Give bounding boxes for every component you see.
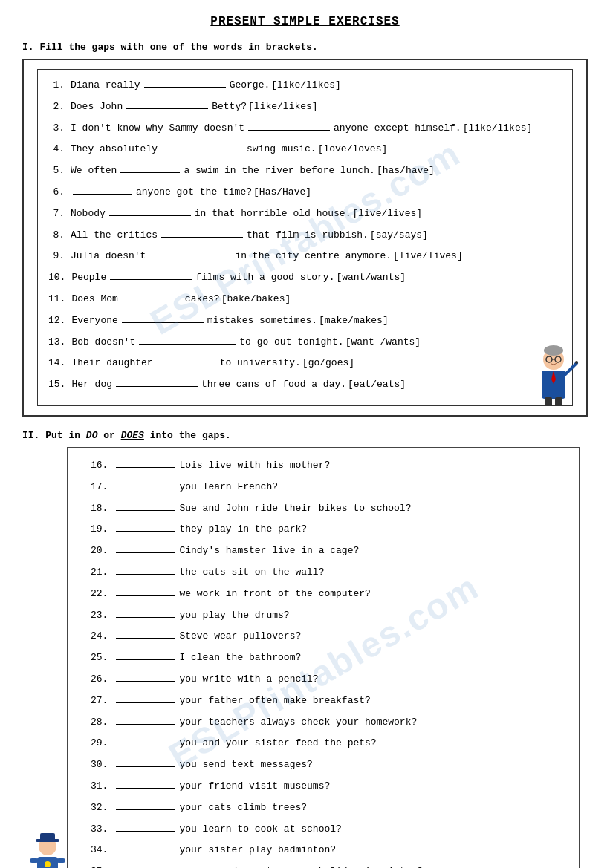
section1-inner-box: ESLPrintables.com 1. Diana really George… xyxy=(37,69,573,406)
blank[interactable] xyxy=(120,163,180,173)
section1-box: ESLPrintables.com 1. Diana really George… xyxy=(22,59,588,417)
list-item: 35. your grandparents go on holiday in w… xyxy=(91,864,557,868)
item-number: 22. xyxy=(91,587,108,602)
blank[interactable] xyxy=(116,586,175,596)
blank[interactable] xyxy=(116,521,175,532)
item-number: 25. xyxy=(91,650,108,666)
blank[interactable] xyxy=(161,141,243,151)
item-number: 11. xyxy=(48,292,65,307)
list-item: 9. Julia doesn't in the city centre anym… xyxy=(48,248,562,264)
blank[interactable] xyxy=(73,184,132,195)
list-item: 21. the cats sit on the wall? xyxy=(91,564,557,581)
blank[interactable] xyxy=(116,693,175,703)
blank[interactable] xyxy=(122,313,204,323)
blank[interactable] xyxy=(116,864,175,868)
item-number: 35. xyxy=(91,864,108,868)
item-number: 2. xyxy=(48,99,65,115)
blank[interactable] xyxy=(116,757,175,767)
list-item: 25. I clean the bathroom? xyxy=(91,650,557,666)
blank[interactable] xyxy=(122,291,181,301)
item-number: 21. xyxy=(91,565,108,581)
blank[interactable] xyxy=(116,842,175,852)
list-item: 4. They absolutely swing music. [love/lo… xyxy=(48,141,562,157)
svg-line-7 xyxy=(565,363,577,374)
blank[interactable] xyxy=(144,77,226,88)
blank[interactable] xyxy=(116,628,175,639)
list-item: 2. Does John Betty? [like/likes] xyxy=(48,99,562,115)
cop-illustration xyxy=(28,830,71,868)
svg-rect-9 xyxy=(545,397,552,406)
list-item: 17. you learn French? xyxy=(91,479,557,495)
page-title: PRESENT SIMPLE EXERCISES xyxy=(22,15,588,28)
list-item: 15. Her dog three cans of food a day. [e… xyxy=(48,376,562,393)
section2-list: 16. Lois live with his mother? 17. you l… xyxy=(91,457,557,868)
list-item: 3. I don't know why Sammy doesn't anyone… xyxy=(48,120,562,137)
item-number: 27. xyxy=(91,694,108,709)
list-item: 10. People films with a good story. [wan… xyxy=(48,270,562,286)
svg-point-15 xyxy=(45,861,51,867)
item-number: 30. xyxy=(91,757,108,773)
section2-heading: II. Put in DO or DOES into the gaps. xyxy=(22,430,588,441)
blank[interactable] xyxy=(116,564,175,575)
section2-do: DO xyxy=(86,430,98,441)
item-number: 9. xyxy=(48,249,65,264)
item-number: 34. xyxy=(91,843,108,858)
blank[interactable] xyxy=(116,457,175,468)
svg-rect-18 xyxy=(30,858,39,863)
svg-point-2 xyxy=(544,345,563,356)
list-item: 27. your father often make breakfast? xyxy=(91,693,557,709)
section2-heading-plain: II. Put in xyxy=(22,430,86,441)
list-item: 23. you play the drums? xyxy=(91,607,557,624)
section1-heading: I. Fill the gaps with one of the words i… xyxy=(22,42,588,53)
blank[interactable] xyxy=(126,99,208,109)
blank[interactable] xyxy=(109,206,191,216)
item-number: 17. xyxy=(91,480,108,495)
item-number: 6. xyxy=(48,185,65,200)
blank[interactable] xyxy=(116,607,175,618)
blank[interactable] xyxy=(116,800,175,810)
blank[interactable] xyxy=(116,376,198,387)
item-number: 33. xyxy=(91,822,108,838)
blank[interactable] xyxy=(116,479,175,489)
blank[interactable] xyxy=(116,821,175,832)
blank[interactable] xyxy=(157,355,216,365)
section2-heading-mid: or xyxy=(97,430,120,441)
blank[interactable] xyxy=(116,735,175,745)
item-number: 15. xyxy=(48,377,65,393)
item-number: 13. xyxy=(48,335,65,350)
blank[interactable] xyxy=(139,334,236,345)
list-item: 29. you and your sister feed the pets? xyxy=(91,735,557,751)
blank[interactable] xyxy=(248,120,330,131)
item-number: 1. xyxy=(48,78,65,94)
list-item: 6. anyone got the time? [Has/Have] xyxy=(48,184,562,200)
teacher-illustration xyxy=(527,341,579,408)
svg-rect-10 xyxy=(555,397,562,406)
blank[interactable] xyxy=(116,778,175,789)
list-item: 1. Diana really George. [like/likes] xyxy=(48,77,562,94)
list-item: 18. Sue and John ride their bikes to sch… xyxy=(91,500,557,517)
list-item: 20. Cindy's hamster live in a cage? xyxy=(91,543,557,559)
item-number: 18. xyxy=(91,501,108,517)
blank[interactable] xyxy=(110,270,192,280)
list-item: 12. Everyone mistakes sometimes. [make/m… xyxy=(48,313,562,329)
blank[interactable] xyxy=(116,500,175,511)
item-number: 4. xyxy=(48,142,65,157)
blank[interactable] xyxy=(116,543,175,553)
blank[interactable] xyxy=(116,650,175,660)
section2-heading-end: into the gaps. xyxy=(144,430,231,441)
item-number: 23. xyxy=(91,608,108,624)
blank[interactable] xyxy=(161,227,243,238)
svg-rect-14 xyxy=(40,833,55,841)
list-item: 26. you write with a pencil? xyxy=(91,671,557,688)
item-number: 8. xyxy=(48,228,65,244)
blank[interactable] xyxy=(116,671,175,682)
item-number: 19. xyxy=(91,522,108,538)
svg-rect-19 xyxy=(56,858,65,863)
list-item: 33. you learn to cook at school? xyxy=(91,821,557,838)
item-number: 5. xyxy=(48,163,65,179)
blank[interactable] xyxy=(116,714,175,725)
list-item: 5. We often a swim in the river before l… xyxy=(48,163,562,179)
item-number: 12. xyxy=(48,313,65,329)
item-number: 20. xyxy=(91,544,108,559)
blank[interactable] xyxy=(149,248,231,258)
